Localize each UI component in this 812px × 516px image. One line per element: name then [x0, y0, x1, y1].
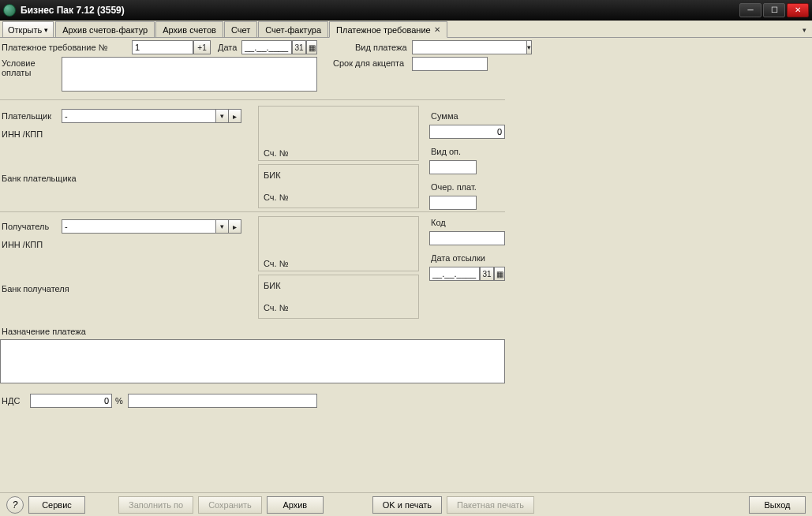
tab-invoice-archive[interactable]: Архив счетов-фактур	[55, 21, 155, 37]
payee-inn-label: ИНН /КПП	[2, 240, 43, 249]
date-day-button[interactable]: 31	[292, 40, 306, 54]
payee-combo[interactable]: ▾ ▸	[62, 219, 241, 234]
payee-bank-acct-label: Сч. №	[264, 303, 288, 312]
minimize-button[interactable]: ─	[739, 3, 761, 17]
payee-bank-bik-label: БИК	[264, 281, 281, 290]
tab-label: Счет	[231, 25, 250, 35]
close-button[interactable]: ✕	[787, 3, 809, 17]
date-input[interactable]	[241, 40, 292, 54]
payer-acct-label: Сч. №	[264, 148, 288, 158]
send-date-label: Дата отсылки	[431, 253, 485, 263]
sum-input[interactable]	[429, 125, 505, 139]
archive-button[interactable]: Архив	[267, 496, 324, 514]
doc-number-increment-button[interactable]: +1	[193, 40, 211, 54]
operation-kind-input[interactable]	[429, 160, 477, 174]
chevron-down-icon[interactable]: ▾	[216, 219, 229, 234]
tab-label: Платежное требование	[336, 25, 431, 35]
vat-amount-input[interactable]	[128, 394, 317, 408]
doc-number-input[interactable]	[132, 40, 193, 54]
date-picker-icon[interactable]: ▦	[306, 40, 317, 54]
purpose-textarea[interactable]	[0, 339, 505, 383]
tab-close-icon[interactable]: ✕	[434, 25, 440, 34]
maximize-button[interactable]: ☐	[763, 3, 785, 17]
payer-go-icon[interactable]: ▸	[229, 109, 241, 123]
tab-payment-request[interactable]: Платежное требование ✕	[329, 21, 447, 38]
tab-invoice[interactable]: Счет-фактура	[258, 21, 328, 37]
doc-number-label: Платежное требование №	[2, 43, 107, 52]
payee-acct-label: Сч. №	[264, 259, 288, 268]
code-label: Код	[431, 218, 446, 227]
tab-accounts-archive[interactable]: Архив счетов	[155, 21, 223, 37]
vat-rate-input[interactable]	[30, 394, 112, 408]
fill-by-button[interactable]: Заполнить по	[118, 496, 193, 514]
payee-bank-label: Банк получателя	[2, 284, 69, 294]
payer-combo[interactable]: ▾ ▸	[62, 109, 241, 123]
payer-bank-label: Банк плательщика	[2, 174, 77, 183]
payment-kind-label: Вид платежа	[355, 43, 407, 52]
payment-kind-combo[interactable]: ▾	[412, 40, 488, 54]
payer-label: Плательщик	[2, 111, 51, 121]
vat-percent-label: %	[115, 396, 123, 406]
payee-label: Получатель	[2, 222, 49, 231]
tab-label: Архив счетов-фактур	[62, 25, 148, 35]
operation-kind-label: Вид оп.	[431, 147, 461, 156]
payee-input[interactable]	[62, 219, 216, 234]
tab-bar: Открыть Архив счетов-фактур Архив счетов…	[0, 21, 812, 38]
ok-print-button[interactable]: OK и печать	[372, 496, 442, 514]
send-date-input[interactable]	[429, 267, 480, 281]
purpose-label: Назначение платежа	[2, 327, 86, 336]
open-dropdown-button[interactable]: Открыть	[2, 21, 54, 37]
date-label: Дата	[218, 43, 237, 52]
payment-kind-input[interactable]	[412, 40, 527, 54]
terms-label: Условие оплаты	[2, 58, 43, 77]
terms-textarea[interactable]	[62, 57, 317, 92]
service-button[interactable]: Сервис	[28, 496, 85, 514]
tab-label: Счет-фактура	[265, 25, 321, 35]
send-date-picker-icon[interactable]: ▦	[494, 267, 505, 281]
payment-order-label: Очер. плат.	[431, 182, 477, 192]
code-input[interactable]	[429, 231, 505, 245]
window-title: Бизнес Пак 7.12 (3559)	[21, 5, 739, 16]
tab-label: Архив счетов	[163, 25, 216, 35]
send-date-day-button[interactable]: 31	[480, 267, 494, 281]
tab-account[interactable]: Счет	[224, 21, 257, 37]
sum-label: Сумма	[431, 111, 458, 121]
accept-period-input[interactable]	[412, 57, 488, 71]
app-icon	[3, 4, 16, 17]
payer-bank-bik-label: БИК	[264, 170, 281, 180]
batch-print-button[interactable]: Пакетная печать	[447, 496, 534, 514]
save-button[interactable]: Сохранить	[198, 496, 262, 514]
chevron-down-icon[interactable]: ▾	[216, 109, 229, 123]
tab-overflow-icon[interactable]: ▾	[799, 23, 810, 37]
payer-input[interactable]	[62, 109, 216, 123]
help-button[interactable]: ?	[6, 496, 24, 514]
payment-order-input[interactable]	[429, 196, 477, 210]
exit-button[interactable]: Выход	[749, 496, 806, 514]
payer-bank-acct-label: Сч. №	[264, 193, 288, 202]
vat-label: НДС	[2, 396, 20, 406]
payee-go-icon[interactable]: ▸	[229, 219, 241, 234]
accept-period-label: Срок для акцепта	[333, 58, 404, 68]
chevron-down-icon[interactable]: ▾	[527, 40, 532, 54]
payer-inn-label: ИНН /КПП	[2, 129, 43, 139]
